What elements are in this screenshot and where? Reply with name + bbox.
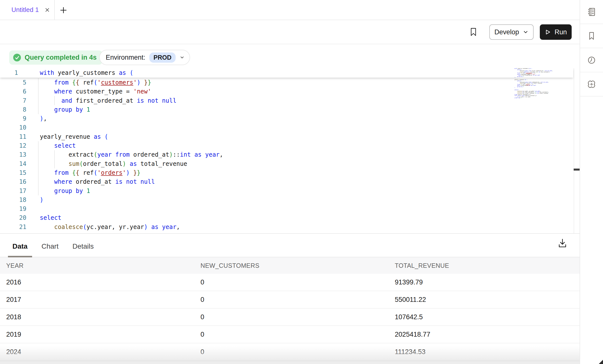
code-editor[interactable]: 5 from {{ ref('customers') }}6 where cus…	[0, 68, 580, 234]
run-label: Run	[554, 28, 567, 36]
code-line: 19	[0, 204, 572, 213]
sidebar-button-bookmarks[interactable]	[580, 24, 603, 48]
table-cell: 0	[201, 313, 395, 321]
editor-scrollbar-marker[interactable]	[574, 169, 580, 171]
line-number: 13	[0, 150, 26, 159]
line-number: 7	[0, 96, 26, 105]
table-cell: 0	[201, 296, 395, 304]
table-cell: 91399.79	[395, 278, 580, 286]
table-cell: 2025418.77	[395, 331, 580, 338]
download-icon[interactable]	[557, 238, 568, 249]
table-cell: 0	[201, 348, 395, 356]
table-cell: 2018	[6, 313, 201, 321]
code-line: 9),	[0, 114, 572, 123]
sidebar-button-semantic-layer[interactable]	[580, 72, 603, 96]
code-text: where customer_type = 'new'	[40, 87, 151, 96]
line-number: 12	[0, 141, 26, 150]
tab-chart[interactable]: Chart	[37, 236, 63, 257]
bookmark-icon	[587, 31, 597, 41]
code-text: group by 1	[40, 105, 90, 114]
sidebar-button-history[interactable]	[580, 48, 603, 72]
code-line: 22 coalesce(yc.new_customers, 0) as new_…	[0, 231, 572, 234]
bookmark-icon[interactable]	[470, 27, 477, 37]
table-row: 20180107642.5	[0, 309, 580, 326]
code-text: group by 1	[40, 186, 90, 195]
line-number: 8	[0, 105, 26, 114]
table-row: 201902025418.77	[0, 326, 580, 343]
table-cell: 111234.53	[395, 348, 580, 356]
new-tab-plus-icon[interactable]	[60, 6, 67, 14]
code-text: and first_ordered_at is not null	[40, 96, 176, 105]
code-line: 20select	[0, 213, 572, 222]
table-cell: 2016	[6, 278, 201, 286]
line-number: 20	[0, 213, 26, 222]
code-text: where ordered_at is not null	[40, 177, 155, 186]
horizontal-scrollbar[interactable]	[0, 361, 580, 364]
line-number: 17	[0, 186, 26, 195]
environment-label: Environment:	[106, 54, 145, 61]
table-cell: 0	[201, 278, 395, 286]
line-number: 19	[0, 204, 26, 213]
code-text: from {{ ref('orders') }}	[40, 168, 141, 177]
table-row: 20170550011.22	[0, 291, 580, 309]
code-line: 12 select	[0, 141, 572, 150]
code-text: extract(year from ordered_at)::int as ye…	[40, 150, 223, 159]
line-number: 22	[0, 231, 26, 234]
editor-scrollbar-track	[574, 68, 574, 233]
table-cell: 107642.5	[395, 313, 580, 321]
run-button[interactable]: Run	[540, 24, 572, 40]
code-text: from {{ ref('customers') }}	[40, 78, 151, 87]
table-row: 2016091399.79	[0, 274, 580, 291]
right-sidebar	[580, 0, 603, 364]
results-table-header: YEARNEW_CUSTOMERSTOTAL_REVENUE	[0, 257, 580, 274]
code-line: 10	[0, 123, 572, 132]
code-text: with yearly_customers as (	[40, 68, 133, 78]
line-number: 14	[0, 159, 26, 168]
line-number: 10	[0, 123, 26, 132]
editor-lines: 5 from {{ ref('customers') }}6 where cus…	[0, 78, 572, 234]
column-header-total_revenue: TOTAL_REVENUE	[395, 262, 580, 269]
query-status-badge: Query completed in 4s	[9, 50, 102, 65]
query-status-text: Query completed in 4s	[25, 54, 97, 61]
tab-details[interactable]: Details	[68, 236, 98, 257]
code-text: )	[40, 195, 43, 204]
history-icon	[587, 55, 597, 65]
environment-value-chip: PROD	[149, 52, 176, 63]
line-number: 18	[0, 195, 26, 204]
line-number: 11	[0, 132, 26, 141]
code-line: 1with yearly_customers as (	[0, 68, 573, 78]
close-icon[interactable]	[44, 7, 50, 13]
develop-button[interactable]: Develop	[489, 24, 534, 40]
develop-label: Develop	[494, 28, 519, 36]
code-text: sum(order_total) as total_revenue	[40, 159, 187, 168]
sidebar-button-queries[interactable]	[580, 0, 603, 24]
line-number: 6	[0, 87, 26, 96]
code-line: 7 and first_ordered_at is not null	[0, 96, 572, 105]
line-number: 16	[0, 177, 26, 186]
table-cell: 2024	[6, 348, 201, 356]
notebook-icon	[587, 7, 597, 17]
table-cell: 550011.22	[395, 296, 580, 304]
code-text: coalesce(yc.new_customers, 0) as new_cus…	[40, 231, 223, 234]
tab-data[interactable]: Data	[8, 236, 32, 257]
sticky-line: 1with yearly_customers as (	[0, 68, 573, 78]
table-cell: 0	[201, 331, 395, 338]
column-header-new_customers: NEW_CUSTOMERS	[201, 262, 395, 269]
environment-selector[interactable]: Environment: PROD	[99, 50, 190, 65]
minimap[interactable]: with yearly_customers as ( select extrac…	[514, 68, 569, 103]
code-text: yearly_revenue as (	[40, 132, 108, 141]
table-cell: 2017	[6, 296, 201, 304]
tab-untitled-1[interactable]: Untitled 1	[0, 0, 55, 20]
tab-title: Untitled 1	[11, 6, 39, 14]
code-line: 11yearly_revenue as (	[0, 132, 572, 141]
code-line: 13 extract(year from ordered_at)::int as…	[0, 150, 572, 159]
code-line: 6 where customer_type = 'new'	[0, 87, 572, 96]
line-number: 21	[0, 223, 26, 231]
code-text: coalesce(yc.year, yr.year) as year,	[40, 223, 180, 231]
app-root: Untitled 1 Develop Run Query complet	[0, 0, 603, 364]
tab-bar: Untitled 1	[0, 0, 580, 20]
code-line: 14 sum(order_total) as total_revenue	[0, 159, 572, 168]
line-number: 1	[0, 68, 26, 78]
check-icon	[13, 54, 21, 61]
table-row: 20240111234.53	[0, 343, 580, 361]
